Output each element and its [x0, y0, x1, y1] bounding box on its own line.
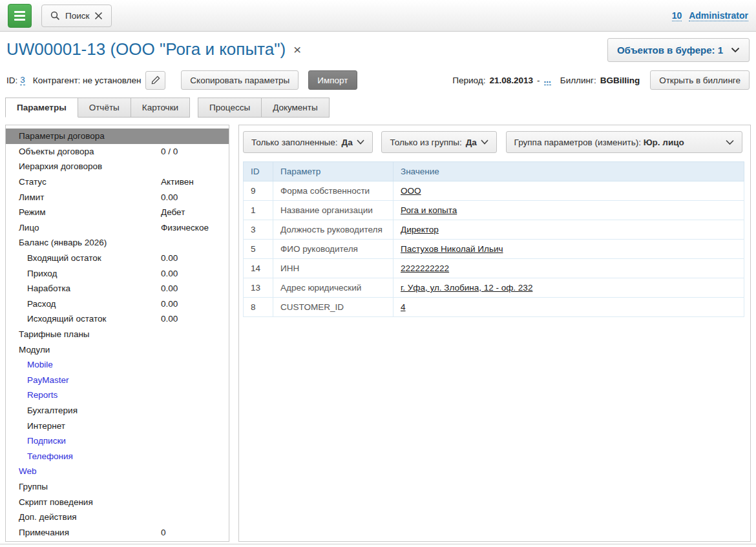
sidebar-item-label: Mobile: [27, 360, 53, 369]
search-button[interactable]: Поиск: [41, 5, 112, 27]
sidebar-item[interactable]: Наработка0.00: [6, 281, 229, 296]
contractor-text: Контрагент: не установлен: [33, 76, 142, 85]
tab-2[interactable]: Карточки: [131, 98, 190, 118]
sidebar-item-label: PayMaster: [27, 375, 69, 385]
param-id-cell: 9: [244, 181, 273, 201]
param-name-cell: ИНН: [273, 259, 394, 278]
filter-param-group-label: Группа параметров (изменить):: [514, 138, 641, 147]
sidebar-item[interactable]: ЛицоФизическое: [6, 220, 229, 236]
sidebar-item[interactable]: Модули: [6, 342, 229, 357]
sidebar-item[interactable]: Бухгалтерия: [6, 403, 229, 418]
close-icon[interactable]: [94, 12, 103, 20]
param-value-link[interactable]: 2222222222: [401, 263, 449, 273]
contract-id-group: ID: 3: [6, 75, 25, 85]
tab-3[interactable]: Процессы: [198, 98, 262, 118]
filter-param-group-value: Юр. лицо: [644, 138, 684, 147]
filter-from-group[interactable]: Только из группы: Да: [381, 131, 496, 153]
sidebar-item[interactable]: Расход0.00: [6, 296, 229, 312]
sidebar-item[interactable]: Тарифные планы: [6, 327, 229, 342]
sidebar-item-label: Подписки: [27, 436, 66, 446]
edit-contractor-button[interactable]: [145, 71, 165, 90]
filter-param-group[interactable]: Группа параметров (изменить): Юр. лицо: [506, 131, 742, 153]
sidebar-item-label: Reports: [27, 390, 58, 400]
param-value-link[interactable]: Рога и копыта: [401, 205, 457, 215]
sidebar-item[interactable]: Группы: [6, 479, 229, 495]
period-dash: -: [537, 76, 540, 85]
sidebar-item[interactable]: Web: [6, 464, 229, 479]
sidebar-item-value: 0.00: [161, 253, 178, 263]
hamburger-menu-button[interactable]: [8, 4, 32, 28]
sidebar-item[interactable]: Примечания0: [6, 524, 229, 540]
contract-tree-panel: Параметры договораОбъекты договора0 / 0И…: [5, 125, 229, 542]
tab-0[interactable]: Параметры: [5, 98, 78, 118]
open-billing-button[interactable]: Открыть в биллинге: [650, 70, 750, 90]
param-id-cell: 1: [244, 201, 273, 220]
param-value-link[interactable]: Директор: [401, 225, 439, 234]
buffer-dropdown-button[interactable]: Объектов в буфере: 1: [607, 38, 750, 62]
param-name-cell: CUSTOMER_ID: [273, 298, 394, 317]
sidebar-item[interactable]: Исходящий остаток0.00: [6, 311, 229, 327]
param-value-link[interactable]: 4: [401, 302, 406, 312]
sidebar-item[interactable]: Параметры договора: [6, 129, 229, 144]
tabs: ПараметрыОтчётыКарточкиПроцессыДокументы: [0, 90, 756, 118]
sidebar-item[interactable]: Телефония: [6, 448, 229, 464]
param-name-cell: Форма собственности: [273, 181, 394, 201]
sidebar-item[interactable]: Входящий остаток0.00: [6, 251, 229, 266]
sidebar-item-label: Доп. действия: [19, 512, 77, 522]
sidebar-item-label: Бухгалтерия: [27, 406, 78, 415]
sidebar-item-label: Группы: [19, 482, 48, 491]
sidebar-item[interactable]: Приход0.00: [6, 265, 229, 281]
column-header-0: ID: [244, 162, 273, 181]
sidebar-item[interactable]: Интернет: [6, 418, 229, 433]
filter-filled-only[interactable]: Только заполненные: Да: [243, 131, 373, 153]
param-value-cell: 2222222222: [394, 259, 744, 278]
chevron-down-icon: [726, 139, 734, 145]
param-value-cell: ООО: [394, 181, 744, 201]
sidebar-item[interactable]: Лимит0.00: [6, 189, 229, 205]
user-id-link[interactable]: 10: [672, 10, 682, 21]
period-more-link[interactable]: ...: [544, 75, 551, 85]
param-name-cell: ФИО руководителя: [273, 240, 394, 259]
sidebar-item[interactable]: Скрипт поведения: [6, 494, 229, 510]
close-contract-icon[interactable]: ×: [293, 43, 301, 56]
param-value-link[interactable]: г. Уфа, ул. Злобина, 12 - оф. 232: [401, 283, 532, 293]
param-id-cell: 13: [244, 278, 273, 298]
import-button[interactable]: Импорт: [308, 70, 357, 90]
sidebar-item[interactable]: РежимДебет: [6, 205, 229, 220]
billing-value: BGBilling: [600, 76, 640, 85]
pencil-icon: [151, 76, 160, 85]
filter-from-group-label: Только из группы:: [390, 138, 461, 147]
search-label: Поиск: [65, 11, 89, 21]
param-id-cell: 14: [244, 259, 273, 278]
filter-filled-label: Только заполненные:: [251, 138, 338, 147]
info-right-group: Период: 21.08.2013 - ... Биллинг: BGBill…: [452, 70, 750, 90]
sidebar-item[interactable]: Доп. действия: [6, 510, 229, 525]
sidebar-item-label: Статус: [19, 177, 47, 187]
sidebar-item[interactable]: Иерархия договоров: [6, 159, 229, 174]
id-value-link[interactable]: 3: [20, 75, 25, 85]
param-id-cell: 5: [244, 240, 273, 259]
sidebar-item[interactable]: Баланс (январь 2026): [6, 235, 229, 251]
buffer-dropdown-label: Объектов в буфере: 1: [617, 45, 723, 56]
sidebar-item-label: Иерархия договоров: [19, 161, 102, 171]
sidebar-item[interactable]: Reports: [6, 387, 229, 403]
sidebar-item-label: Входящий остаток: [27, 253, 101, 263]
filter-param-group-text: Группа параметров (изменить): Юр. лицо: [514, 138, 684, 147]
sidebar-item[interactable]: Объекты договора0 / 0: [6, 144, 229, 160]
tab-4[interactable]: Документы: [261, 98, 330, 118]
tab-1[interactable]: Отчёты: [78, 98, 131, 118]
sidebar-item[interactable]: Подписки: [6, 433, 229, 449]
params-table-body: 9Форма собственностиООО1Название организ…: [244, 181, 744, 317]
param-value-cell: Рога и копыта: [394, 201, 744, 220]
sidebar-item[interactable]: PayMaster: [6, 373, 229, 388]
sidebar-item-label: Параметры договора: [19, 131, 105, 141]
param-value-link[interactable]: ООО: [401, 186, 421, 196]
user-name-link[interactable]: Administrator: [689, 10, 748, 21]
sidebar-item-label: Баланс (январь 2026): [19, 238, 107, 247]
param-value-link[interactable]: Пастухов Николай Ильич: [401, 244, 503, 254]
sidebar-item[interactable]: Mobile: [6, 357, 229, 373]
sidebar-item[interactable]: СтатусАктивен: [6, 174, 229, 190]
copy-params-button[interactable]: Скопировать параметры: [181, 70, 299, 90]
sidebar-item-label: Web: [19, 466, 37, 476]
param-value-cell: Пастухов Николай Ильич: [394, 240, 744, 259]
